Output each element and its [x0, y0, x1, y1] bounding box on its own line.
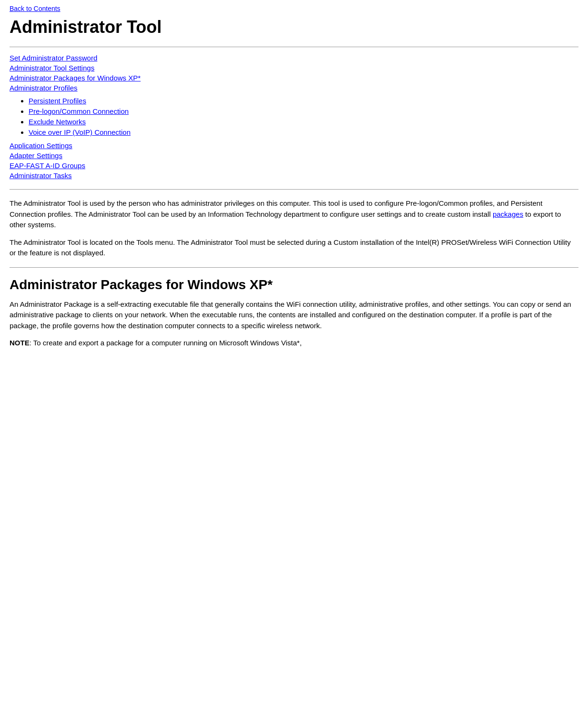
toc-link-admin-tasks[interactable]: Administrator Tasks	[10, 171, 578, 180]
toc-sublist-item: Exclude Networks	[29, 118, 578, 126]
page-title: Administrator Tool	[10, 17, 578, 37]
note-text: : To create and export a package for a c…	[30, 339, 302, 347]
packages-paragraph-1: An Administrator Package is a self-extra…	[10, 299, 578, 332]
toc-link-eap-fast[interactable]: EAP-FAST A-ID Groups	[10, 161, 578, 170]
divider-mid	[10, 189, 578, 190]
note-label: NOTE	[10, 339, 30, 347]
intro-paragraph-2: The Administrator Tool is located on the…	[10, 237, 578, 259]
toc-sublist: Persistent Profiles Pre-logon/Common Con…	[29, 97, 578, 137]
toc-link-admin-packages[interactable]: Administrator Packages for Windows XP*	[10, 74, 578, 82]
intro-content: The Administrator Tool is used by the pe…	[10, 198, 578, 259]
packages-link[interactable]: packages	[493, 210, 523, 218]
packages-note: NOTE: To create and export a package for…	[10, 338, 578, 349]
packages-title: Administrator Packages for Windows XP*	[10, 277, 578, 292]
toc-link-admin-profiles[interactable]: Administrator Profiles	[10, 84, 578, 92]
toc-link-exclude-networks[interactable]: Exclude Networks	[29, 118, 86, 126]
back-to-contents-link[interactable]: Back to Contents	[10, 5, 578, 12]
toc-link-app-settings[interactable]: Application Settings	[10, 141, 578, 150]
toc-link-admin-tool-settings[interactable]: Administrator Tool Settings	[10, 64, 578, 72]
toc-sublist-item: Voice over IP (VoIP) Connection	[29, 128, 578, 137]
divider-top	[10, 47, 578, 47]
toc-sublist-item: Persistent Profiles	[29, 97, 578, 105]
toc-link-prelogon-connection[interactable]: Pre-logon/Common Connection	[29, 107, 129, 115]
intro-paragraph-1: The Administrator Tool is used by the pe…	[10, 198, 578, 231]
toc-link-adapter-settings[interactable]: Adapter Settings	[10, 151, 578, 160]
toc-link-persistent-profiles[interactable]: Persistent Profiles	[29, 97, 86, 105]
divider-packages	[10, 267, 578, 268]
toc-link-set-admin-password[interactable]: Set Administrator Password	[10, 54, 578, 62]
packages-section: Administrator Packages for Windows XP* A…	[10, 277, 578, 349]
toc-sublist-item: Pre-logon/Common Connection	[29, 107, 578, 116]
toc-link-voip-connection[interactable]: Voice over IP (VoIP) Connection	[29, 128, 131, 136]
toc-section: Set Administrator Password Administrator…	[10, 54, 578, 180]
